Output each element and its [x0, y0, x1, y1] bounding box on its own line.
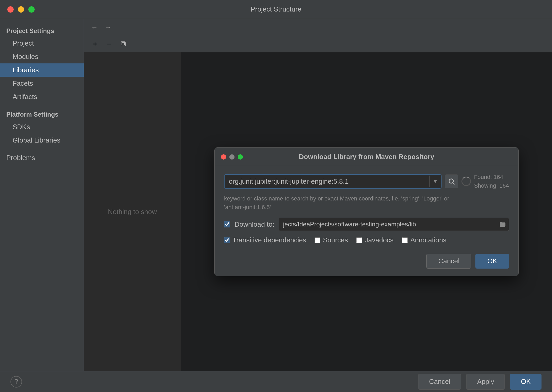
transitive-deps-label: Transitive dependencies [232, 236, 306, 244]
dialog-ok-button[interactable]: OK [475, 254, 509, 269]
content-panel: Nothing to show Download Library fro [84, 52, 552, 371]
content-toolbar: + − ⧉ [84, 36, 552, 52]
nothing-to-show: Nothing to show [108, 208, 157, 216]
search-input-wrap: ▼ [224, 174, 442, 189]
found-info: Found: 164 Showing: 164 [474, 173, 509, 190]
svg-line-1 [453, 183, 454, 184]
download-row: Download to: jects/IdeaProjects/software… [224, 218, 509, 231]
minimize-button[interactable] [18, 6, 24, 13]
close-button[interactable] [7, 6, 14, 13]
sources-checkbox[interactable] [315, 237, 320, 243]
sidebar-item-global-libraries[interactable]: Global Libraries [0, 134, 84, 147]
annotations-checkbox[interactable] [402, 237, 408, 243]
search-button[interactable] [445, 175, 458, 188]
dropdown-arrow-icon[interactable]: ▼ [429, 176, 441, 187]
main-layout: Project Settings Project Modules Librari… [0, 19, 552, 371]
title-bar: Project Structure [0, 0, 552, 19]
search-row: ▼ Found: 164 [224, 173, 509, 190]
sidebar-item-libraries[interactable]: Libraries [0, 63, 84, 77]
dialog-traffic-lights [221, 154, 243, 160]
nav-row: ← → [84, 19, 552, 36]
traffic-lights [7, 6, 35, 13]
dialog-body: ▼ Found: 164 [215, 165, 518, 276]
add-button[interactable]: + [89, 38, 101, 50]
javadocs-label: Javadocs [365, 236, 394, 244]
hint-text: keyword or class name to search by or ex… [224, 194, 509, 211]
sidebar-item-problems[interactable]: Problems [0, 151, 84, 165]
sidebar-divider-2 [0, 147, 84, 151]
svg-point-0 [449, 179, 453, 183]
download-path-text: jects/IdeaProjects/software-testing-exam… [279, 218, 497, 231]
help-button[interactable]: ? [10, 376, 22, 388]
content-area: ← → + − ⧉ Nothing to show [84, 19, 552, 371]
copy-button[interactable]: ⧉ [118, 38, 129, 50]
download-to-label: Download to: [235, 220, 274, 228]
javadocs-option: Javadocs [356, 236, 394, 244]
sidebar-item-facets[interactable]: Facets [0, 77, 84, 90]
dialog-action-row: Cancel OK [224, 252, 509, 269]
annotations-option: Annotations [402, 236, 446, 244]
sidebar-divider [0, 104, 84, 108]
forward-button[interactable]: → [103, 22, 113, 32]
window-title: Project Structure [251, 5, 301, 13]
platform-settings-section: Platform Settings [0, 108, 84, 120]
dialog-close-button[interactable] [221, 154, 226, 160]
download-dialog: Download Library from Maven Repository ▼ [214, 147, 519, 276]
apply-button[interactable]: Apply [466, 374, 505, 390]
sources-label: Sources [323, 236, 348, 244]
left-panel: Nothing to show [84, 52, 181, 371]
dialog-cancel-button[interactable]: Cancel [426, 254, 471, 269]
javadocs-checkbox[interactable] [356, 237, 362, 243]
right-panel: Download Library from Maven Repository ▼ [181, 52, 552, 371]
sidebar-item-sdks[interactable]: SDKs [0, 120, 84, 134]
found-count: Found: 164 [474, 173, 509, 181]
download-path-wrap: jects/IdeaProjects/software-testing-exam… [279, 218, 509, 231]
sidebar-item-artifacts[interactable]: Artifacts [0, 90, 84, 104]
showing-count: Showing: 164 [474, 181, 509, 190]
back-button[interactable]: ← [89, 22, 100, 32]
dialog-min-button[interactable] [229, 154, 235, 160]
transitive-deps-checkbox[interactable] [224, 237, 230, 243]
sources-option: Sources [315, 236, 348, 244]
download-to-checkbox[interactable] [224, 221, 230, 227]
project-settings-section: Project Settings [0, 24, 84, 37]
ok-button[interactable]: OK [510, 374, 542, 390]
dialog-title: Download Library from Maven Repository [299, 153, 434, 161]
sidebar-item-project[interactable]: Project [0, 37, 84, 50]
sidebar-item-modules[interactable]: Modules [0, 50, 84, 63]
dialog-overlay: Download Library from Maven Repository ▼ [181, 52, 552, 371]
loading-spinner [461, 177, 471, 186]
annotations-label: Annotations [410, 236, 446, 244]
footer: ? Cancel Apply OK [0, 371, 552, 392]
cancel-button[interactable]: Cancel [418, 374, 461, 390]
dialog-max-button[interactable] [238, 154, 243, 160]
maven-search-input[interactable] [225, 175, 429, 188]
remove-button[interactable]: − [103, 38, 115, 50]
browse-folder-button[interactable] [497, 219, 509, 230]
dialog-titlebar: Download Library from Maven Repository [215, 148, 518, 165]
transitive-deps-option: Transitive dependencies [224, 236, 306, 244]
maximize-button[interactable] [28, 6, 35, 13]
sidebar: Project Settings Project Modules Librari… [0, 19, 84, 371]
options-row: Transitive dependencies Sources Javadocs [224, 236, 509, 244]
